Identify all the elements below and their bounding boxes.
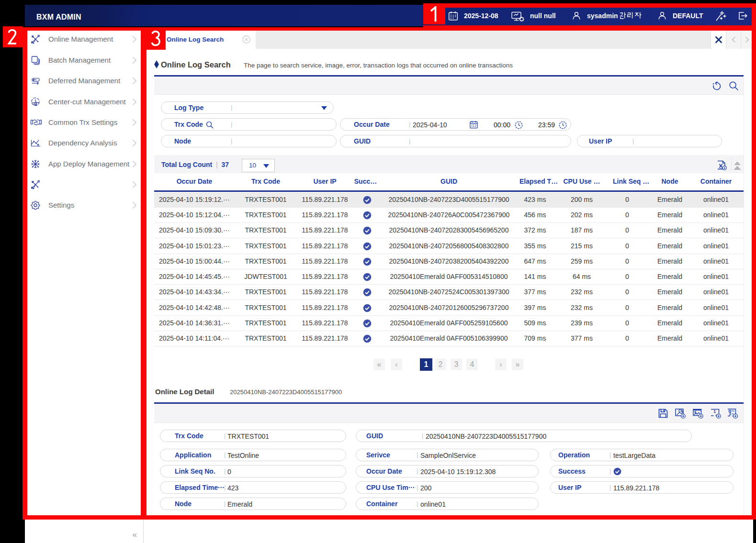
svg-text:1: 1 [713,409,716,414]
svg-text:$: $ [34,102,36,105]
svg-text:3: 3 [729,411,731,416]
